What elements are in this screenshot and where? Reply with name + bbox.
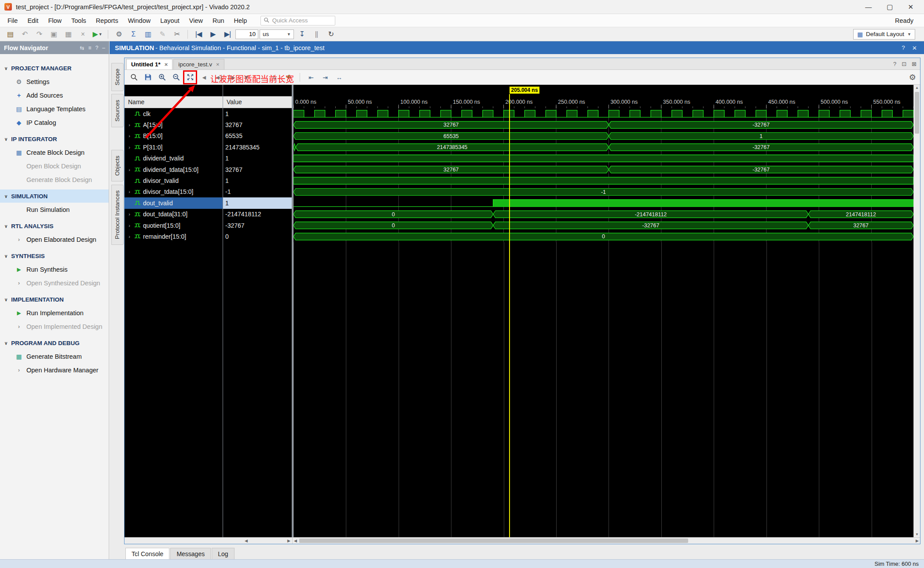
expand-chevron-icon[interactable]: ›: [127, 122, 132, 127]
go-to-time-0-button[interactable]: ⇤: [305, 72, 317, 83]
expand-chevron-icon[interactable]: ›: [127, 223, 132, 228]
tab-ipcore-test-v[interactable]: ipcore_test.v×: [173, 59, 224, 69]
scroll-up-arrow[interactable]: ▲: [914, 86, 920, 90]
flow-item-open-implemented-design[interactable]: ›Open Implemented Design: [0, 320, 109, 333]
zoom-in-button[interactable]: [156, 72, 168, 83]
flow-item-settings[interactable]: ⚙Settings: [0, 75, 109, 88]
flow-item-create-block-design[interactable]: ▦Create Block Design: [0, 146, 109, 159]
bottom-tab-log[interactable]: Log: [212, 548, 234, 559]
signal-value-row[interactable]: 1: [223, 153, 292, 164]
bottom-tab-tcl-console[interactable]: Tcl Console: [125, 548, 169, 559]
panel-header-icon[interactable]: ≡: [88, 45, 92, 51]
wave-settings-gear-icon[interactable]: ⚙: [909, 73, 916, 82]
runtime-unit-select[interactable]: us▼: [260, 29, 294, 39]
signal-value-row[interactable]: 0: [223, 231, 292, 242]
menu-view[interactable]: View: [184, 15, 208, 26]
signal-name-row[interactable]: ›P[31:0]: [125, 142, 223, 153]
tab-corner-icon[interactable]: ⊡: [902, 61, 906, 67]
zoom-fit-button[interactable]: [184, 72, 196, 83]
menu-file[interactable]: File: [3, 15, 22, 26]
menu-edit[interactable]: Edit: [22, 15, 43, 26]
scroll-right-arrow[interactable]: ▶: [916, 539, 919, 543]
flow-item-generate-block-design[interactable]: Generate Block Design: [0, 173, 109, 186]
flow-item-generate-bitstream[interactable]: ▦Generate Bitstream: [0, 350, 109, 363]
scroll-left-arrow[interactable]: ◀: [245, 539, 248, 543]
signal-value-row[interactable]: 1: [223, 197, 292, 208]
tab-untitled-1[interactable]: Untitled 1*×: [126, 59, 172, 69]
run-button[interactable]: ▶▼: [91, 29, 104, 40]
flow-item-language-templates[interactable]: ▤Language Templates: [0, 102, 109, 116]
name-area-scrollbar[interactable]: ◀▶: [125, 538, 293, 544]
signal-name-row[interactable]: ›B[15:0]: [125, 131, 223, 142]
undo-button[interactable]: ↶: [18, 29, 31, 40]
waveform-svg[interactable]: 32767-327676553512147385345-3276732767-3…: [293, 108, 913, 242]
panel-header-icon[interactable]: ‒: [102, 45, 105, 51]
relaunch-button[interactable]: ↻: [324, 29, 337, 40]
layout-selector[interactable]: ▦ Default Layout ▼: [853, 29, 915, 40]
signal-name-row[interactable]: ›dout_tdata[31:0]: [125, 209, 223, 220]
flow-item-open-elaborated-design[interactable]: ›Open Elaborated Design: [0, 233, 109, 246]
paste-button[interactable]: ▦: [62, 29, 75, 40]
find-button[interactable]: [128, 72, 139, 83]
signal-value-row[interactable]: -32767: [223, 220, 292, 231]
signal-name-row[interactable]: divisor_tvalid: [125, 175, 223, 186]
expand-chevron-icon[interactable]: ›: [127, 145, 132, 150]
quick-access-input[interactable]: Quick Access: [260, 16, 335, 25]
fit-selection-button[interactable]: ↔: [334, 72, 345, 83]
value-column-header[interactable]: Value: [223, 96, 292, 108]
maximize-button[interactable]: ▢: [887, 3, 893, 11]
menu-help[interactable]: Help: [229, 15, 252, 26]
expand-chevron-icon[interactable]: ›: [127, 189, 132, 194]
zoom-out-button[interactable]: [170, 72, 182, 83]
step-button[interactable]: ↧: [295, 29, 308, 40]
waveform-panel[interactable]: 0.000 ns50.000 ns100.000 ns150.000 ns200…: [293, 85, 913, 537]
pause-button[interactable]: ||: [310, 29, 323, 40]
signal-value-row[interactable]: -1: [223, 186, 292, 197]
redo-button[interactable]: ↷: [33, 29, 46, 40]
signal-name-row[interactable]: ›remainder[15:0]: [125, 231, 223, 242]
expand-chevron-icon[interactable]: ›: [127, 133, 132, 138]
zoom-to-cursor-button[interactable]: ◄: [198, 72, 210, 83]
wave-plot[interactable]: 32767-327676553512147385345-3276732767-3…: [293, 108, 913, 242]
flow-section-project-manager[interactable]: ∨PROJECT MANAGER: [0, 62, 109, 75]
sum-button[interactable]: Σ: [127, 29, 140, 40]
signal-value-row[interactable]: 32767: [223, 164, 292, 175]
signal-name-row[interactable]: dout_tvalid: [125, 197, 223, 208]
signal-name-row[interactable]: dividend_tvalid: [125, 153, 223, 164]
close-button[interactable]: ✕: [908, 3, 913, 11]
simulation-runtime-input[interactable]: [235, 29, 258, 39]
go-to-last-time-button[interactable]: ⇥: [319, 72, 331, 83]
flow-item-run-simulation[interactable]: Run Simulation: [0, 203, 109, 216]
vertical-scroll-thumb[interactable]: [915, 92, 919, 134]
delete-button[interactable]: ×: [76, 29, 89, 40]
signal-value-row[interactable]: 1: [223, 175, 292, 186]
flow-item-open-synthesized-design[interactable]: ›Open Synthesized Design: [0, 276, 109, 290]
side-tab-protocol-instances[interactable]: Protocol Instances: [111, 185, 124, 245]
close-view-icon[interactable]: ✕: [912, 44, 917, 51]
flow-section-implementation[interactable]: ∨IMPLEMENTATION: [0, 293, 109, 306]
signal-value-row[interactable]: 65535: [223, 131, 292, 142]
signal-name-row[interactable]: clk: [125, 108, 223, 119]
flow-section-ip-integrator[interactable]: ∨IP INTEGRATOR: [0, 132, 109, 146]
flow-item-run-implementation[interactable]: ▶Run Implementation: [0, 306, 109, 320]
close-icon[interactable]: ×: [216, 61, 220, 68]
side-tab-sources[interactable]: Sources: [111, 94, 124, 127]
close-icon[interactable]: ×: [165, 61, 168, 68]
name-column-header[interactable]: Name: [125, 96, 223, 108]
vertical-scrollbar[interactable]: ▲ ▼: [913, 85, 920, 537]
flow-item-add-sources[interactable]: +Add Sources: [0, 88, 109, 102]
flow-section-rtl-analysis[interactable]: ∨RTL ANALYSIS: [0, 219, 109, 233]
help-icon[interactable]: ?: [902, 44, 905, 51]
bottom-tab-messages[interactable]: Messages: [170, 548, 211, 559]
side-tab-objects[interactable]: Objects: [111, 150, 124, 182]
menu-tools[interactable]: Tools: [66, 15, 91, 26]
horizontal-scroll-thumb[interactable]: [299, 539, 688, 543]
probe-button[interactable]: ✂: [170, 29, 183, 40]
flow-item-ip-catalog[interactable]: ◆IP Catalog: [0, 116, 109, 129]
flow-item-open-block-design[interactable]: Open Block Design: [0, 159, 109, 173]
wave-time-ruler[interactable]: 0.000 ns50.000 ns100.000 ns150.000 ns200…: [293, 96, 913, 108]
signal-value-row[interactable]: 2147385345: [223, 142, 292, 153]
scroll-right-arrow[interactable]: ▶: [287, 539, 290, 543]
report-button[interactable]: ▥: [141, 29, 154, 40]
flow-section-program-and-debug[interactable]: ∨PROGRAM AND DEBUG: [0, 336, 109, 350]
